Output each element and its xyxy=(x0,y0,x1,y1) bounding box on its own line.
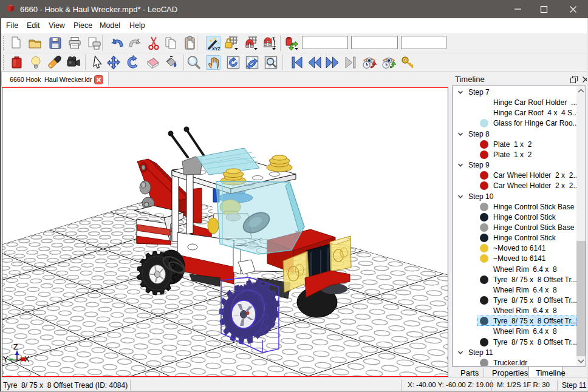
svg-text:X: X xyxy=(24,355,30,363)
svg-text:Z: Z xyxy=(13,343,18,351)
svg-text:XYZ: XYZ xyxy=(212,47,220,51)
svg-text:Y: Y xyxy=(3,355,9,363)
